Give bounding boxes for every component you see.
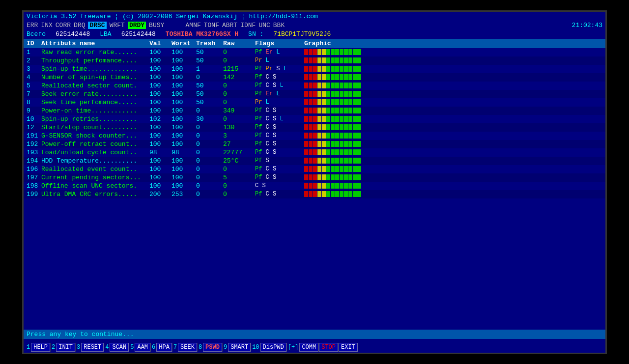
key-label[interactable]: COMM (299, 343, 318, 352)
graphic-block (313, 149, 317, 155)
graphic-block (331, 91, 335, 97)
key-label[interactable]: PSWD (203, 343, 222, 352)
cell-id: 197 (27, 174, 41, 181)
status-drsc: DRSC (88, 22, 106, 29)
graphic-block (353, 149, 357, 155)
function-key-item[interactable]: 1HELP (26, 343, 51, 352)
graphic-block (357, 108, 361, 113)
graphic-block (326, 141, 330, 147)
graphic-block (331, 116, 335, 122)
cell-worst: 100 (172, 124, 196, 131)
cell-worst: 98 (172, 149, 196, 156)
key-number: 3 (76, 343, 81, 351)
graphic-block (322, 149, 326, 155)
cell-flags: Pf C S (255, 174, 304, 181)
graphic-block (344, 141, 348, 147)
graphic-block (304, 83, 308, 88)
graphic-block (304, 99, 308, 105)
graphic-block (335, 174, 339, 180)
graphic-block (317, 49, 321, 55)
function-key-item[interactable]: 7SEEK (172, 343, 198, 352)
key-number: 10 (251, 343, 260, 351)
graphic-block (313, 133, 317, 139)
function-key-item[interactable]: 5AAM (129, 343, 151, 352)
graphic-block (357, 183, 361, 189)
key-label[interactable]: RESET (81, 343, 104, 352)
graphic-block (353, 74, 357, 80)
cell-tresh: 0 (196, 157, 223, 165)
graphic-cell (304, 183, 373, 189)
cell-worst: 100 (172, 132, 196, 140)
status-drdy: DRDY (128, 22, 146, 29)
col-header-val: Val (149, 40, 172, 47)
table-row: 10 Spin-up retries.......... 102 100 30 … (24, 115, 605, 123)
graphic-cell (304, 57, 373, 63)
graphic-block (309, 124, 313, 130)
graphic-block (348, 124, 352, 130)
key-label[interactable]: SCAN (110, 343, 129, 352)
graphic-block (344, 99, 348, 105)
graphic-block (322, 183, 326, 189)
cell-name: Number of spin-up times.. (41, 74, 149, 81)
graphic-block (353, 141, 357, 147)
function-key-item[interactable]: 3RESET (76, 343, 104, 352)
key-label[interactable]: SMART (228, 343, 251, 352)
cell-raw: 0 (223, 191, 255, 198)
graphic-block (304, 191, 308, 197)
key-label[interactable]: STOP (319, 343, 338, 352)
graphic-block (313, 191, 317, 197)
graphic-block (317, 183, 321, 189)
function-key-item[interactable]: 6HPA (151, 343, 172, 352)
cell-val: 100 (149, 157, 172, 165)
graphic-block (313, 141, 317, 147)
cell-flags: Pf C S (255, 166, 304, 172)
cell-raw: 3 (223, 132, 255, 140)
table-row: 192 Power-off retract count.. 100 100 0 … (24, 140, 605, 148)
graphic-block (344, 91, 348, 97)
function-key-item[interactable]: [+]COMM (287, 343, 319, 352)
function-key-item[interactable]: 10DisPWD (251, 343, 287, 352)
table-row: 196 Reallocated event count.. 100 100 0 … (24, 165, 605, 173)
graphic-block (353, 166, 357, 172)
graphic-block (326, 174, 330, 180)
key-number: 4 (104, 343, 110, 351)
key-label[interactable]: SEEK (178, 343, 197, 352)
graphic-block (331, 99, 335, 105)
graphic-cell (304, 99, 373, 105)
cell-tresh: 0 (196, 74, 223, 81)
key-number: 9 (223, 343, 228, 351)
graphic-block (344, 191, 348, 197)
function-key-item[interactable]: 2INIT (51, 343, 76, 352)
vcego-value: 625142448 (56, 30, 90, 38)
status-corr: CORR (56, 22, 71, 29)
key-label[interactable]: HPA (156, 343, 172, 352)
graphic-block (340, 49, 343, 55)
cell-tresh: 0 (196, 124, 223, 131)
key-number: 8 (198, 343, 203, 351)
key-label[interactable]: EXIT (339, 343, 358, 352)
table-body: 1 Raw read error rate...... 100 100 50 0… (24, 48, 605, 198)
graphic-block (353, 133, 357, 139)
function-key-item[interactable]: 4SCAN (104, 343, 129, 352)
graphic-block (322, 174, 326, 180)
function-key-item[interactable]: STOP (319, 343, 339, 352)
function-key-item[interactable]: 9SMART (223, 343, 251, 352)
graphic-block (335, 141, 339, 147)
function-key-item[interactable]: 8PSWD (198, 343, 223, 352)
cell-flags: Pf Er L (255, 49, 304, 56)
cell-worst: 100 (172, 49, 196, 56)
graphic-block (340, 74, 343, 80)
function-key-item[interactable]: EXIT (339, 343, 358, 352)
graphic-block (322, 108, 326, 113)
key-label[interactable]: INIT (56, 343, 75, 352)
key-label[interactable]: HELP (31, 343, 50, 352)
graphic-block (344, 108, 348, 113)
cell-tresh: 0 (196, 191, 223, 198)
graphic-block (340, 141, 343, 147)
graphic-block (331, 83, 335, 88)
graphic-block (357, 66, 361, 72)
status-tonf: TONF (204, 22, 219, 29)
cell-val: 100 (149, 74, 172, 81)
key-label[interactable]: DisPWD (260, 343, 286, 352)
key-label[interactable]: AAM (135, 343, 150, 352)
